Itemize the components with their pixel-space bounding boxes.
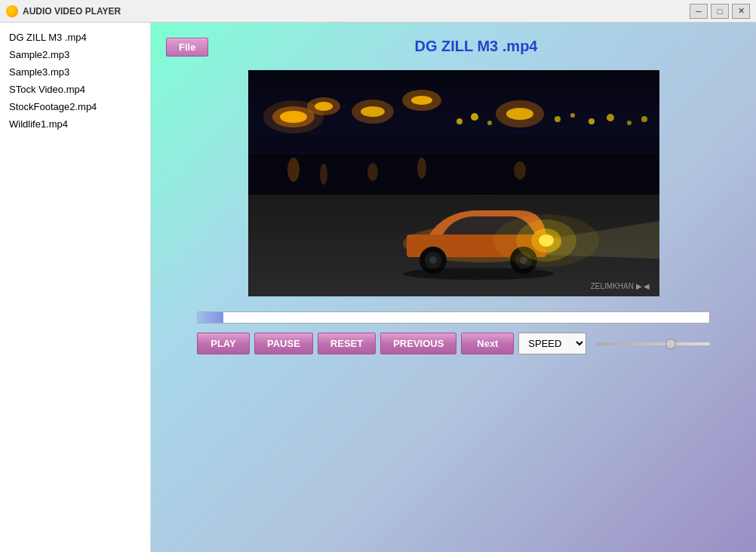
app-title: AUDIO VIDEO PLAYER xyxy=(23,6,690,17)
sidebar-item-2[interactable]: Sample2.mp3 xyxy=(0,46,150,63)
pause-button[interactable]: PAUSE xyxy=(254,333,313,354)
progress-fill xyxy=(198,312,223,323)
svg-point-33 xyxy=(429,256,437,264)
volume-thumb[interactable] xyxy=(665,339,676,349)
svg-point-40 xyxy=(493,214,599,267)
title-bar: AUDIO VIDEO PLAYER ─ □ ✕ xyxy=(0,0,756,23)
car-svg xyxy=(248,70,659,296)
video-scene: ZELIMKHAN ▶ ◀ xyxy=(248,70,659,296)
main-content: DG ZILL M3 .mp4 Sample2.mp3 Sample3.mp3 … xyxy=(0,23,756,552)
close-button[interactable]: ✕ xyxy=(732,4,750,19)
sidebar-item-1[interactable]: DG ZILL M3 .mp4 xyxy=(0,29,150,46)
play-button[interactable]: PLAY xyxy=(197,333,250,354)
minimize-button[interactable]: ─ xyxy=(690,4,708,19)
progress-bar[interactable] xyxy=(197,311,710,324)
sidebar-item-5[interactable]: StockFootage2.mp4 xyxy=(0,98,150,115)
volume-container xyxy=(591,342,710,345)
reset-button[interactable]: RESET xyxy=(318,333,376,354)
window-controls: ─ □ ✕ xyxy=(690,4,750,19)
file-button[interactable]: File xyxy=(166,38,208,57)
progress-container xyxy=(197,311,710,324)
maximize-button[interactable]: □ xyxy=(711,4,729,19)
video-title: DG ZILL M3 .mp4 xyxy=(166,38,741,55)
svg-point-41 xyxy=(403,268,554,280)
video-container: ZELIMKHAN ▶ ◀ xyxy=(248,70,659,296)
volume-track[interactable] xyxy=(597,342,710,345)
sidebar-item-4[interactable]: STock Video.mp4 xyxy=(0,81,150,98)
next-button[interactable]: Next xyxy=(461,333,514,354)
previous-button[interactable]: PREVIOUS xyxy=(380,333,456,354)
sidebar: DG ZILL M3 .mp4 Sample2.mp3 Sample3.mp3 … xyxy=(0,23,151,552)
sidebar-item-3[interactable]: Sample3.mp3 xyxy=(0,63,150,81)
app-icon xyxy=(6,5,18,17)
sidebar-item-6[interactable]: Wildlife1.mp4 xyxy=(0,115,150,133)
controls-bar: PLAY PAUSE RESET PREVIOUS Next SPEED 0.5… xyxy=(197,333,710,354)
speed-select[interactable]: SPEED 0.5x 1x 1.5x 2x xyxy=(518,333,586,354)
watermark: ZELIMKHAN ▶ ◀ xyxy=(591,282,650,290)
file-button-container: File xyxy=(166,38,208,57)
player-area: File DG ZILL M3 .mp4 xyxy=(151,23,756,552)
